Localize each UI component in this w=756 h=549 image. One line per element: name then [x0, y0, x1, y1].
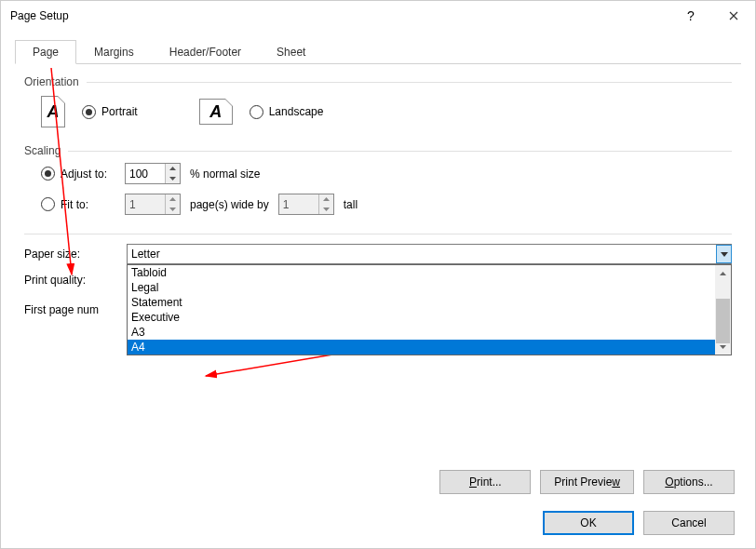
print-quality-label: Print quality: [24, 274, 127, 287]
adjust-to-label: Adjust to: [61, 167, 107, 181]
fit-to-label: Fit to: [61, 198, 88, 211]
dialog-title: Page Setup [10, 9, 669, 22]
orientation-label: Orientation [24, 75, 79, 88]
landscape-page-icon: A [199, 99, 233, 125]
fit-mid-label: page(s) wide by [190, 198, 269, 211]
tab-page[interactable]: Page [15, 40, 76, 64]
tab-strip: Page Margins Header/Footer Sheet [15, 40, 741, 64]
close-icon [729, 11, 738, 20]
radio-icon [41, 167, 55, 181]
fit-wide-spinner[interactable] [125, 194, 181, 215]
dropdown-option[interactable]: A3 [128, 325, 731, 340]
fit-tall-spinner[interactable] [278, 194, 334, 215]
fit-to-radio[interactable]: Fit to: [41, 197, 115, 211]
spinner-up-icon[interactable] [166, 194, 180, 205]
paper-size-combo[interactable]: Letter Tabloid Legal Statement Executive… [127, 244, 732, 264]
tab-margins[interactable]: Margins [76, 40, 152, 63]
help-button[interactable]: ? [669, 1, 712, 31]
dropdown-option[interactable]: Executive [128, 310, 731, 325]
adjust-percent-input[interactable] [126, 164, 165, 183]
spinner-up-icon[interactable] [166, 164, 180, 174]
dropdown-scrollbar[interactable] [715, 265, 731, 355]
spinner-down-icon[interactable] [319, 205, 333, 215]
dropdown-option[interactable]: Legal [128, 280, 731, 295]
fit-wide-input[interactable] [126, 194, 165, 214]
chevron-down-icon [721, 252, 728, 257]
close-button[interactable] [712, 1, 755, 31]
scroll-thumb[interactable] [716, 299, 730, 343]
portrait-radio-label: Portrait [101, 105, 138, 118]
dropdown-option-selected[interactable]: A4 [128, 340, 731, 355]
options-button[interactable]: Options... [643, 470, 735, 494]
ok-button[interactable]: OK [543, 511, 634, 535]
radio-icon [41, 197, 55, 211]
paper-size-dropdown[interactable]: Tabloid Legal Statement Executive A3 A4 [127, 264, 732, 355]
adjust-suffix: % normal size [190, 167, 260, 181]
paper-size-value: Letter [131, 248, 160, 261]
print-button[interactable]: Print... [439, 470, 531, 494]
adjust-percent-spinner[interactable] [125, 163, 181, 184]
title-bar: Page Setup ? [1, 1, 755, 31]
action-buttons-row: Print... Print Preview Options... [439, 470, 735, 494]
tab-sheet[interactable]: Sheet [259, 40, 323, 63]
portrait-radio[interactable]: Portrait [82, 105, 138, 119]
scroll-down-icon[interactable] [715, 339, 731, 355]
spinner-down-icon[interactable] [166, 174, 180, 184]
fit-suffix: tall [344, 198, 358, 211]
print-preview-button[interactable]: Print Preview [540, 470, 634, 494]
adjust-to-radio[interactable]: Adjust to: [41, 167, 115, 181]
paper-size-label: Paper size: [24, 248, 127, 261]
tab-header-footer[interactable]: Header/Footer [152, 40, 259, 63]
dropdown-button[interactable] [716, 245, 732, 263]
radio-icon [250, 105, 263, 119]
landscape-radio-label: Landscape [269, 105, 324, 118]
landscape-radio[interactable]: Landscape [250, 105, 324, 119]
dropdown-option[interactable]: Statement [128, 295, 731, 310]
spinner-up-icon[interactable] [319, 194, 333, 205]
fit-tall-input[interactable] [279, 194, 318, 214]
spinner-down-icon[interactable] [166, 205, 180, 215]
dialog-buttons-row: OK Cancel [543, 511, 735, 535]
cancel-button[interactable]: Cancel [643, 511, 735, 535]
scaling-label: Scaling [24, 144, 61, 157]
portrait-page-icon: A [41, 96, 65, 127]
scroll-up-icon[interactable] [715, 265, 731, 281]
dropdown-option[interactable]: Tabloid [128, 265, 731, 280]
radio-icon [82, 105, 96, 119]
